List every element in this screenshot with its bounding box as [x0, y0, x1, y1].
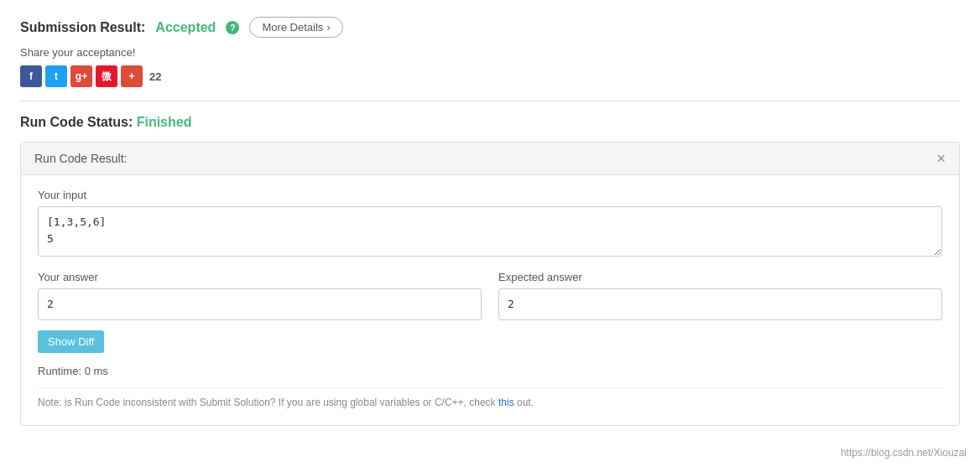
note-suffix: out. — [517, 397, 534, 408]
note-prefix: Note: is Run Code inconsistent with Subm… — [38, 397, 498, 408]
run-code-status: Run Code Status: Finished — [20, 115, 960, 130]
chevron-icon: › — [326, 21, 330, 34]
run-code-status-value: Finished — [137, 115, 192, 129]
your-answer-value: 2 — [38, 288, 482, 320]
social-icons-row: f t g+ 微 + 22 — [20, 65, 960, 87]
weibo-button[interactable]: 微 — [96, 65, 117, 87]
share-text: Share your acceptance! — [20, 46, 960, 59]
more-details-label: More Details — [262, 21, 323, 34]
close-button[interactable]: × — [936, 151, 946, 166]
submission-result-label: Submission Result: — [20, 20, 145, 35]
runtime-text: Runtime: 0 ms — [38, 365, 942, 377]
more-details-button[interactable]: More Details › — [249, 17, 342, 38]
your-answer-label: Your answer — [38, 271, 482, 283]
plus-button[interactable]: + — [121, 65, 143, 87]
submission-result-row: Submission Result: Accepted ? More Detai… — [20, 17, 960, 38]
show-diff-button[interactable]: Show Diff — [38, 330, 104, 353]
twitter-button[interactable]: t — [45, 65, 67, 87]
submission-status: Accepted — [155, 20, 216, 35]
google-plus-button[interactable]: g+ — [70, 65, 92, 87]
run-code-status-label: Run Code Status: — [20, 115, 133, 129]
expected-answer-label: Expected answer — [498, 271, 942, 283]
input-textarea[interactable]: [1,3,5,6] 5 — [38, 206, 942, 257]
note-text: Note: is Run Code inconsistent with Subm… — [38, 387, 942, 408]
your-answer-col: Your answer 2 — [38, 271, 482, 320]
panel-title: Run Code Result: — [34, 152, 128, 165]
panel-header: Run Code Result: × — [21, 143, 959, 175]
share-count: 22 — [149, 70, 161, 83]
panel-body: Your input [1,3,5,6] 5 Your answer 2 Exp… — [21, 175, 959, 425]
note-link[interactable]: this — [498, 397, 517, 408]
answer-row: Your answer 2 Expected answer 2 — [38, 271, 942, 320]
input-label: Your input — [38, 189, 942, 201]
expected-answer-col: Expected answer 2 — [498, 271, 942, 320]
divider — [20, 101, 960, 101]
expected-answer-value: 2 — [498, 288, 942, 320]
facebook-button[interactable]: f — [20, 65, 42, 87]
run-code-result-panel: Run Code Result: × Your input [1,3,5,6] … — [20, 142, 960, 426]
help-icon[interactable]: ? — [226, 21, 239, 34]
